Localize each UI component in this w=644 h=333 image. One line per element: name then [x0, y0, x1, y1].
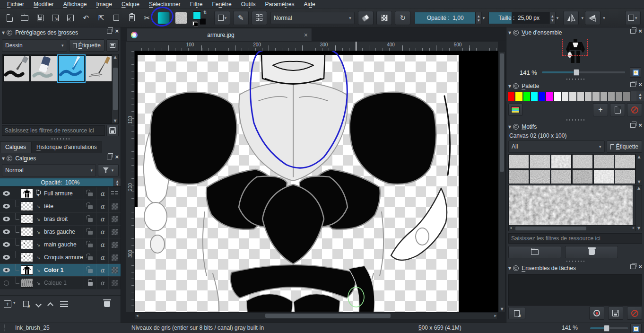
opacity-slider[interactable]: Opacité : 1,00: [415, 12, 476, 24]
pattern-tile-2[interactable]: [551, 154, 572, 169]
pattern-preview[interactable]: ▲▼ ◂ ▸: [508, 185, 642, 231]
undo-button[interactable]: ↶: [80, 11, 92, 24]
layer-opacity-spinner[interactable]: ▲▼: [113, 178, 121, 186]
slider-knob[interactable]: [574, 69, 579, 76]
collapse-icon[interactable]: ▼: [2, 157, 5, 161]
pattern-tile-10[interactable]: [593, 169, 614, 184]
import-resource-button[interactable]: [508, 246, 561, 258]
menu-affichage[interactable]: Affichage: [59, 0, 91, 8]
choose-workspace-button[interactable]: [252, 11, 267, 25]
layer-row[interactable]: ↘ main gauche α: [0, 238, 121, 251]
show-brush-editor-button[interactable]: ▾: [625, 11, 641, 25]
opacity-options-arrow[interactable]: ▾: [483, 16, 485, 20]
layer-lock-toggle[interactable]: [84, 238, 96, 251]
blend-mode-dropdown[interactable]: Normal ▾: [270, 12, 355, 24]
layer-alpha-lock-toggle[interactable]: α: [96, 213, 108, 225]
palette-swatch-10[interactable]: [584, 91, 592, 101]
layer-name[interactable]: tête: [42, 203, 84, 210]
scroll-left-arrow[interactable]: ◂: [136, 313, 139, 318]
tab-historique[interactable]: Historique d'annulations: [31, 141, 102, 153]
canvas-viewport[interactable]: [135, 51, 498, 312]
layer-visibility-toggle[interactable]: [0, 217, 12, 221]
menu-image[interactable]: Image: [92, 0, 116, 8]
layer-name[interactable]: Croquis armure: [42, 254, 84, 261]
layer-lock-toggle[interactable]: [84, 213, 96, 225]
layer-visibility-toggle[interactable]: [0, 255, 12, 260]
palette-swatch-11[interactable]: [592, 91, 600, 101]
brush-preset-eraser[interactable]: [31, 55, 57, 82]
overview-thumbnail[interactable]: [563, 39, 588, 65]
fg-bg-color-widget[interactable]: ⇅: [192, 10, 208, 26]
size-options-arrow[interactable]: ▾: [557, 16, 559, 20]
scrollbar-thumb[interactable]: [113, 68, 118, 110]
menu-aide[interactable]: Aide: [300, 0, 320, 8]
layer-name[interactable]: bras gauche: [42, 228, 84, 235]
import-button[interactable]: [64, 11, 77, 24]
pattern-tag-button[interactable]: Étiquette: [607, 140, 642, 153]
size-spinner[interactable]: ▲▼: [549, 12, 556, 24]
layer-blend-mode-dropdown[interactable]: Normal ▾: [2, 164, 96, 176]
new-taskset-button[interactable]: [508, 307, 525, 319]
layer-thumbnail[interactable]: [21, 189, 33, 198]
layer-alpha-lock-toggle[interactable]: α: [96, 264, 108, 276]
pattern-filter-input[interactable]: [508, 233, 642, 244]
layer-inherit-alpha-toggle[interactable]: [108, 251, 121, 263]
preview-vscrollbar[interactable]: ▲▼: [635, 185, 642, 231]
close-docker-icon[interactable]: ×: [638, 29, 642, 34]
menu-filtre[interactable]: Filtre: [186, 0, 207, 8]
layer-inherit-alpha-toggle[interactable]: [108, 226, 121, 238]
layer-thumbnail[interactable]: [21, 278, 33, 288]
layer-name[interactable]: main gauche: [42, 241, 84, 248]
brush-preset-ink-pen-black[interactable]: [3, 55, 30, 82]
pattern-tile-6[interactable]: [508, 169, 529, 184]
layer-thumbnail[interactable]: [21, 240, 33, 249]
layer-thumbnail[interactable]: [21, 202, 33, 211]
docker-resize-handle[interactable]: [0, 137, 121, 140]
palette-chooser-button[interactable]: [508, 104, 522, 116]
scroll-down-arrow[interactable]: ▼: [499, 307, 505, 311]
layer-row[interactable]: ↘ Calque 1 α: [0, 277, 121, 289]
overview-fit-button[interactable]: [630, 67, 641, 78]
overview-viewport-rect[interactable]: [562, 39, 588, 56]
layer-lock-toggle[interactable]: [84, 277, 96, 289]
palette-swatch-15[interactable]: [623, 91, 630, 101]
tab-calques[interactable]: Calques: [0, 141, 31, 153]
new-document-button[interactable]: [3, 11, 16, 24]
reset-colors-icon[interactable]: [192, 21, 197, 26]
brush-preset-pencil-sketch[interactable]: [86, 55, 112, 82]
close-docker-icon[interactable]: ×: [638, 264, 642, 269]
duplicate-button[interactable]: [110, 11, 122, 24]
brush-engine-dropdown[interactable]: Dessin ▾: [2, 39, 67, 52]
menu-outils[interactable]: Outils: [237, 0, 260, 8]
layer-lock-toggle[interactable]: [84, 251, 96, 263]
layer-name[interactable]: Calque 1: [42, 280, 84, 286]
layer-inherit-alpha-toggle[interactable]: [108, 187, 121, 200]
layer-inherit-alpha-toggle[interactable]: [108, 264, 121, 276]
pattern-tile-5[interactable]: [615, 154, 635, 169]
preserve-alpha-button[interactable]: [376, 11, 392, 25]
paste-button[interactable]: [126, 11, 138, 24]
menu-modifier[interactable]: Modifier: [29, 0, 58, 8]
layer-row[interactable]: ↘ bras droit α: [0, 213, 121, 226]
mirror-vertical-button[interactable]: [585, 11, 600, 25]
docker-resize-handle[interactable]: [506, 118, 644, 122]
close-docker-icon[interactable]: ×: [638, 82, 642, 87]
add-swatch-button[interactable]: +: [593, 103, 608, 116]
canvas-horizontal-scrollbar[interactable]: ◂ ▸: [135, 312, 498, 319]
layer-thumbnail[interactable]: [21, 265, 33, 275]
tasksets-docker-header[interactable]: ▼ Ensembles de tâches ×: [506, 263, 644, 273]
palette-spinner[interactable]: ▲▼: [636, 91, 644, 101]
docker-resize-handle[interactable]: [506, 78, 644, 81]
float-docker-icon[interactable]: [630, 29, 635, 34]
menu-calque[interactable]: Calque: [117, 0, 144, 8]
delete-taskset-button[interactable]: [627, 307, 642, 320]
float-docker-icon[interactable]: [630, 264, 635, 269]
freehand-brush-button[interactable]: ✎: [233, 11, 249, 25]
float-docker-icon[interactable]: [107, 155, 112, 159]
palette-swatch-9[interactable]: [577, 91, 584, 101]
layer-visibility-toggle[interactable]: [0, 229, 12, 234]
pattern-scrollbar[interactable]: ▲▼: [635, 154, 642, 184]
palette-swatch-4[interactable]: [538, 91, 546, 101]
add-layer-button[interactable]: +▾: [4, 300, 16, 308]
scrollbar-thumb[interactable]: [265, 314, 391, 318]
